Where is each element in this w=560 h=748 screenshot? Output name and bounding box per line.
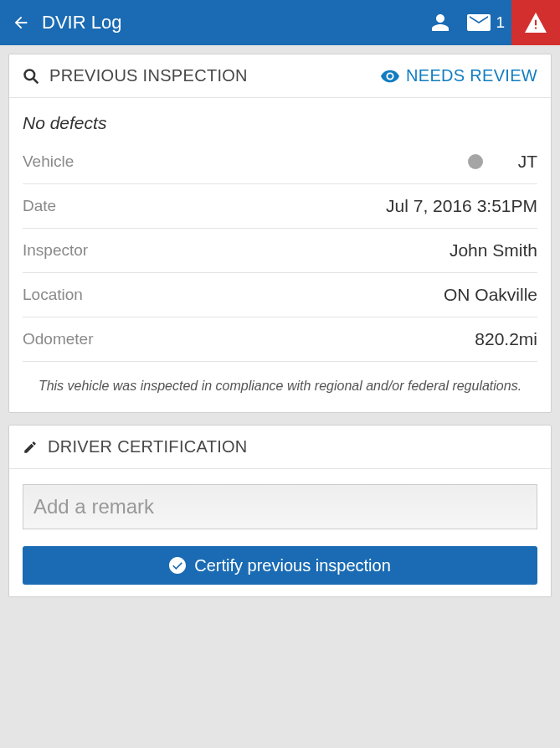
needs-review-button[interactable]: NEEDS REVIEW [381, 66, 537, 85]
vehicle-label: Vehicle [23, 152, 74, 171]
svg-point-0 [25, 70, 35, 80]
message-count: 1 [496, 13, 505, 32]
warning-icon [525, 13, 547, 33]
inspector-row: Inspector John Smith [23, 229, 537, 273]
odometer-label: Odometer [23, 330, 93, 348]
search-icon [23, 68, 39, 85]
odometer-value: 820.2mi [475, 329, 537, 349]
messages-button[interactable]: 1 [460, 13, 511, 32]
inspection-title: PREVIOUS INSPECTION [49, 66, 248, 85]
needs-review-label: NEEDS REVIEW [406, 66, 537, 85]
previous-inspection-card: PREVIOUS INSPECTION NEEDS REVIEW No defe… [8, 54, 552, 413]
defects-status: No defects [23, 108, 537, 140]
vehicle-status-dot [468, 154, 483, 169]
location-row: Location ON Oakville [23, 273, 537, 317]
remark-input[interactable] [23, 484, 537, 529]
date-value: Jul 7, 2016 3:51PM [386, 196, 537, 216]
location-value: ON Oakville [444, 285, 537, 305]
envelope-icon [467, 14, 491, 31]
date-row: Date Jul 7, 2016 3:51PM [23, 184, 537, 229]
check-circle-icon [169, 557, 186, 574]
certification-title: DRIVER CERTIFICATION [48, 437, 248, 457]
inspection-card-header: PREVIOUS INSPECTION NEEDS REVIEW [9, 54, 551, 98]
odometer-row: Odometer 820.2mi [23, 317, 537, 362]
certify-button-label: Certify previous inspection [194, 556, 391, 575]
driver-certification-card: DRIVER CERTIFICATION Certify previous in… [8, 425, 552, 597]
eye-icon [381, 70, 399, 83]
inspector-label: Inspector [23, 241, 88, 260]
alert-button[interactable] [511, 0, 560, 45]
app-header: DVIR Log 1 [0, 0, 560, 45]
main-content: PREVIOUS INSPECTION NEEDS REVIEW No defe… [0, 45, 560, 617]
vehicle-value: JT [518, 152, 537, 172]
compliance-notice: This vehicle was inspected in compliance… [23, 362, 537, 405]
back-button[interactable] [0, 13, 42, 32]
arrow-left-icon [12, 13, 30, 32]
pencil-icon [23, 440, 38, 455]
page-title: DVIR Log [42, 12, 121, 34]
date-label: Date [23, 197, 56, 215]
header-actions: 1 [420, 0, 560, 45]
location-label: Location [23, 286, 83, 304]
user-button[interactable] [420, 13, 460, 33]
certification-card-body: Certify previous inspection [9, 469, 551, 596]
certify-button[interactable]: Certify previous inspection [23, 546, 537, 585]
inspector-value: John Smith [450, 240, 537, 261]
user-icon [430, 13, 450, 33]
vehicle-row: Vehicle JT [23, 140, 537, 184]
certification-card-header: DRIVER CERTIFICATION [9, 426, 551, 469]
svg-line-1 [33, 78, 39, 83]
inspection-card-body: No defects Vehicle JT Date Jul 7, 2016 3… [9, 98, 551, 412]
